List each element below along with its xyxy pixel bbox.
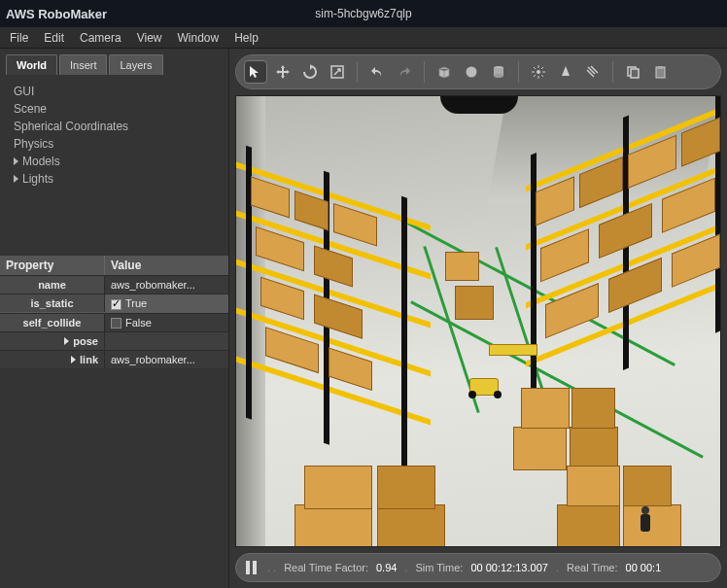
checkbox-icon[interactable] — [111, 299, 121, 310]
svg-rect-18 — [631, 69, 639, 78]
caret-icon — [71, 356, 76, 363]
tool-select-arrow[interactable] — [244, 60, 267, 84]
menu-view[interactable]: View — [131, 29, 168, 47]
svg-line-12 — [534, 75, 536, 77]
tool-rotate[interactable] — [298, 60, 322, 84]
primitive-cylinder-icon[interactable] — [487, 60, 510, 84]
caret-icon — [64, 337, 69, 345]
paste-icon[interactable] — [648, 60, 672, 84]
prop-row-self-collide[interactable]: self_collide False — [0, 313, 228, 332]
toolbar-separator — [357, 61, 358, 83]
world-tree: GUI Scene Spherical Coordinates Physics … — [0, 75, 228, 197]
robot-shadow — [489, 344, 537, 356]
tree-item-gui[interactable]: GUI — [14, 83, 217, 100]
tool-redo[interactable] — [393, 60, 416, 84]
svg-line-13 — [541, 67, 543, 69]
toolbar-separator — [424, 61, 425, 83]
toolbar-separator — [518, 61, 519, 83]
app-name: AWS RoboMaker — [6, 7, 107, 21]
menu-file[interactable]: File — [4, 29, 34, 47]
checkbox-icon[interactable] — [111, 318, 121, 329]
svg-point-5 — [537, 70, 540, 74]
tool-scale[interactable] — [326, 60, 349, 84]
prop-row-name[interactable]: name aws_robomaker... — [0, 275, 228, 294]
menu-window[interactable]: Window — [172, 29, 225, 47]
header-property: Property — [0, 256, 105, 275]
toolbar-separator — [612, 61, 613, 83]
caret-icon — [14, 175, 18, 183]
svg-line-11 — [541, 75, 543, 77]
menu-bar: File Edit Camera View Window Help — [0, 27, 727, 49]
prop-row-pose[interactable]: pose — [0, 331, 228, 350]
prop-row-link[interactable]: link aws_robomaker... — [0, 350, 228, 368]
rtf-value: 0.94 — [376, 562, 397, 573]
main-area: . . Real Time Factor: 0.94 . Sim Time: 0… — [229, 49, 727, 588]
title-bar: AWS RoboMaker sim-5hcbgw6z7qlp — [0, 0, 727, 27]
tree-item-lights[interactable]: Lights — [14, 170, 217, 188]
light-spot-icon[interactable] — [554, 60, 577, 84]
ceiling-lamp — [440, 96, 518, 114]
rtf-label: Real Time Factor: — [284, 562, 368, 573]
tab-insert[interactable]: Insert — [59, 54, 108, 75]
single-box — [445, 252, 479, 281]
light-directional-icon[interactable] — [581, 60, 605, 84]
svg-point-4 — [494, 74, 503, 78]
svg-rect-20 — [658, 66, 663, 69]
menu-camera[interactable]: Camera — [74, 29, 127, 47]
tool-undo[interactable] — [365, 60, 389, 84]
viewport-toolbar — [235, 54, 721, 89]
light-point-icon[interactable] — [527, 60, 550, 84]
window-title: sim-5hcbgw6z7qlp — [0, 7, 727, 20]
side-panel: World Insert Layers GUI Scene Spherical … — [0, 49, 229, 588]
primitive-sphere-icon[interactable] — [460, 60, 483, 84]
side-tabs: World Insert Layers — [0, 49, 228, 75]
svg-point-1 — [467, 67, 477, 78]
svg-line-10 — [534, 67, 536, 69]
tab-layers[interactable]: Layers — [109, 54, 162, 75]
caret-icon — [14, 157, 18, 165]
tree-item-scene[interactable]: Scene — [14, 100, 217, 118]
single-box — [455, 286, 494, 320]
tab-world[interactable]: World — [6, 54, 57, 75]
tree-item-models[interactable]: Models — [14, 153, 217, 170]
simtime-value: 00 00:12:13.007 — [470, 562, 548, 573]
menu-help[interactable]: Help — [228, 29, 264, 47]
tree-item-spherical[interactable]: Spherical Coordinates — [14, 118, 217, 135]
primitive-cube-icon[interactable] — [433, 60, 456, 84]
status-bar: . . Real Time Factor: 0.94 . Sim Time: 0… — [235, 553, 721, 582]
copy-icon[interactable] — [621, 60, 644, 84]
tool-move[interactable] — [271, 60, 294, 84]
realtime-label: Real Time: — [567, 562, 618, 573]
pause-button[interactable] — [246, 561, 260, 574]
property-header: Property Value — [0, 256, 228, 275]
simtime-label: Sim Time: — [415, 562, 463, 573]
realtime-value: 00 00:1 — [626, 562, 662, 573]
tree-item-physics[interactable]: Physics — [14, 135, 217, 153]
3d-viewport[interactable] — [235, 95, 721, 547]
property-grid: Property Value name aws_robomaker... is_… — [0, 256, 228, 368]
prop-row-is-static[interactable]: is_static True — [0, 294, 228, 313]
header-value: Value — [105, 256, 228, 275]
mobile-robot — [469, 378, 499, 396]
menu-edit[interactable]: Edit — [38, 29, 70, 47]
human-figure — [635, 504, 656, 537]
